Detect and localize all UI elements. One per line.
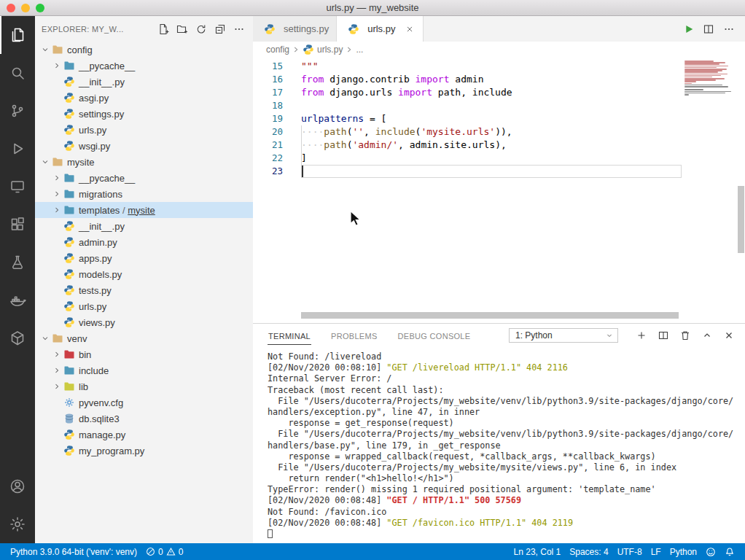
- tree-item-tests.py[interactable]: tests.py: [35, 282, 253, 298]
- editor-line-22[interactable]: 22]: [253, 152, 682, 165]
- chevron-right-icon[interactable]: [51, 188, 62, 200]
- tree-item-lib[interactable]: lib: [35, 378, 253, 394]
- editor-line-15[interactable]: 15""": [253, 60, 682, 73]
- tree-item-__init__.py[interactable]: __init__.py: [35, 218, 253, 234]
- tree-item-pyvenv.cfg[interactable]: pyvenv.cfg: [35, 394, 253, 411]
- collapse-all-icon[interactable]: [212, 21, 228, 37]
- chevron-right-icon[interactable]: [51, 365, 62, 376]
- editor-line-23[interactable]: 23: [253, 165, 682, 178]
- run-button[interactable]: [682, 23, 694, 35]
- terminal-cursor: [268, 529, 273, 538]
- tree-item-config[interactable]: config: [35, 42, 253, 58]
- chevron-right-icon[interactable]: [51, 381, 62, 392]
- kill-terminal-icon[interactable]: [678, 328, 693, 343]
- activity-settings[interactable]: [0, 505, 35, 543]
- python-icon: [63, 236, 75, 248]
- encoding-status[interactable]: UTF-8: [613, 547, 647, 557]
- breadcrumb-config[interactable]: config: [266, 44, 289, 55]
- tree-item-asgi.py[interactable]: asgi.py: [35, 90, 253, 106]
- editor-line-16[interactable]: 16from django.contrib import admin: [253, 73, 682, 86]
- close-tab-icon[interactable]: [404, 23, 416, 35]
- new-file-icon[interactable]: [155, 21, 171, 37]
- tree-item-my_program.py[interactable]: my_program.py: [35, 443, 253, 459]
- more-actions-icon[interactable]: [723, 23, 735, 35]
- tree-item-views.py[interactable]: views.py: [35, 314, 253, 330]
- breadcrumb-urls-py[interactable]: urls.py: [303, 44, 343, 55]
- feedback-icon[interactable]: [701, 547, 720, 557]
- editor-line-20[interactable]: 20····path('', include('mysite.urls')),: [253, 125, 682, 139]
- activity-search[interactable]: [0, 54, 35, 92]
- tree-item-bin[interactable]: bin: [35, 346, 253, 362]
- chevron-right-icon[interactable]: [51, 349, 62, 360]
- close-window-button[interactable]: [7, 4, 15, 12]
- editor-line-19[interactable]: 19urlpatterns = [: [253, 112, 682, 125]
- code-text: ····path('admin/', admin.site.urls),: [301, 139, 507, 152]
- tab-problems[interactable]: PROBLEMS: [330, 327, 378, 344]
- tree-item-admin.py[interactable]: admin.py: [35, 234, 253, 250]
- tree-item-urls.py[interactable]: urls.py: [35, 122, 253, 138]
- editor-line-21[interactable]: 21····path('admin/', admin.site.urls),: [253, 139, 682, 152]
- new-folder-icon[interactable]: [174, 21, 190, 37]
- chevron-right-icon[interactable]: [51, 172, 62, 184]
- chevron-down-icon[interactable]: [39, 156, 50, 168]
- tree-item-__pycache__[interactable]: __pycache__: [35, 58, 253, 74]
- editor-line-18[interactable]: 18: [253, 99, 682, 112]
- new-terminal-icon[interactable]: [634, 328, 649, 343]
- cursor-position-status[interactable]: Ln 23, Col 1: [510, 547, 566, 557]
- chevron-right-icon[interactable]: [51, 204, 62, 216]
- tree-item-urls.py[interactable]: urls.py: [35, 298, 253, 314]
- tree-item-manage.py[interactable]: manage.py: [35, 427, 253, 443]
- tab-urls-py[interactable]: urls.py: [337, 16, 424, 42]
- activity-source-control[interactable]: [0, 92, 35, 130]
- tree-item-wsgi.py[interactable]: wsgi.py: [35, 138, 253, 154]
- minimize-window-button[interactable]: [21, 4, 30, 12]
- tree-item-settings.py[interactable]: settings.py: [35, 106, 253, 122]
- python-interpreter-status[interactable]: Python 3.9.0 64-bit ('venv': venv): [6, 543, 141, 560]
- chevron-down-icon[interactable]: [39, 44, 50, 55]
- vertical-scrollbar[interactable]: [738, 186, 744, 253]
- activity-account[interactable]: [0, 467, 35, 505]
- activity-extensions[interactable]: [0, 206, 35, 244]
- activity-explorer[interactable]: [0, 16, 35, 54]
- activity-testing[interactable]: [0, 244, 35, 281]
- horizontal-scrollbar[interactable]: [301, 312, 679, 319]
- code-editor[interactable]: 15"""16from django.contrib import admin1…: [253, 58, 745, 323]
- problems-status[interactable]: 0 0: [141, 543, 187, 560]
- terminal-output[interactable]: Not Found: /livereload[02/Nov/2020 00:08…: [253, 347, 745, 543]
- activity-remote-explorer[interactable]: [0, 168, 35, 206]
- tree-item-__init__.py[interactable]: __init__.py: [35, 74, 253, 90]
- split-editor-icon[interactable]: [703, 23, 714, 35]
- tree-item-templates-mysite[interactable]: templates / mysite: [35, 202, 253, 218]
- tab-terminal[interactable]: TERMINAL: [268, 327, 311, 345]
- language-mode-status[interactable]: Python: [666, 547, 701, 557]
- close-panel-icon[interactable]: [722, 328, 736, 343]
- chevron-right-icon[interactable]: [51, 60, 62, 71]
- activity-cube[interactable]: [0, 319, 35, 357]
- maximize-panel-icon[interactable]: [700, 328, 714, 343]
- tab-settings-py[interactable]: settings.py: [253, 16, 337, 42]
- split-terminal-icon[interactable]: [656, 328, 671, 343]
- terminal-picker-dropdown[interactable]: 1: Python: [509, 328, 618, 343]
- tree-item-mysite[interactable]: mysite: [35, 154, 253, 170]
- tree-item-db.sqlite3[interactable]: db.sqlite3: [35, 411, 253, 427]
- chevron-down-icon[interactable]: [39, 332, 50, 344]
- breadcrumb-symbol[interactable]: ...: [356, 44, 363, 55]
- indentation-status[interactable]: Spaces: 4: [565, 547, 612, 557]
- zoom-window-button[interactable]: [36, 4, 44, 12]
- tree-item-venv[interactable]: venv: [35, 330, 253, 346]
- eol-status[interactable]: LF: [647, 547, 666, 557]
- folder-icon: [52, 44, 63, 55]
- notifications-bell-icon[interactable]: [720, 547, 739, 557]
- tree-item-apps.py[interactable]: apps.py: [35, 250, 253, 266]
- tree-item-__pycache__[interactable]: __pycache__: [35, 170, 253, 186]
- refresh-icon[interactable]: [193, 21, 209, 37]
- tab-debug-console[interactable]: DEBUG CONSOLE: [397, 327, 472, 344]
- tree-item-migrations[interactable]: migrations: [35, 186, 253, 202]
- editor-line-17[interactable]: 17from django.urls import path, include: [253, 86, 682, 99]
- more-actions-icon[interactable]: [231, 21, 247, 37]
- tree-item-models.py[interactable]: models.py: [35, 266, 253, 282]
- activity-run-debug[interactable]: [0, 130, 35, 168]
- tree-item-include[interactable]: include: [35, 362, 253, 378]
- minimap[interactable]: [682, 58, 736, 323]
- activity-docker[interactable]: [0, 281, 35, 319]
